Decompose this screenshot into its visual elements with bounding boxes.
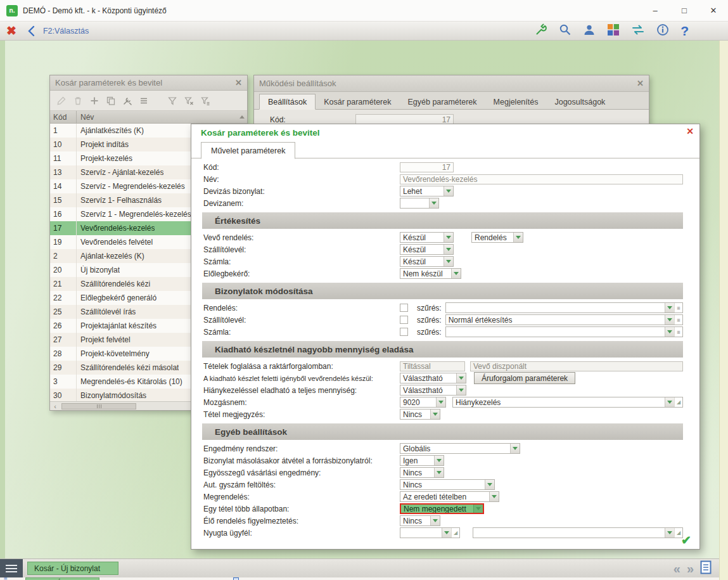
nev-label: Név: xyxy=(202,175,400,184)
nev-input[interactable]: Vevőrendelés-kezelés xyxy=(400,174,683,184)
megrendeles-label: Megrendelés: xyxy=(202,493,400,501)
nyugta-ugyfel-nev-select[interactable]: ◢ xyxy=(473,527,683,538)
menu-icon[interactable] xyxy=(138,95,149,106)
next-icon[interactable]: » xyxy=(687,562,694,575)
cell-nev: Szállítólevél írás xyxy=(77,307,136,316)
filter-clear-icon[interactable] xyxy=(200,95,210,106)
tab-megjelenítés[interactable]: Megjelenítés xyxy=(485,94,547,109)
close-dialog-icon[interactable]: ✕ xyxy=(686,127,694,136)
back-chevron-icon[interactable] xyxy=(27,25,37,37)
cancel-icon[interactable]: ✖ xyxy=(6,25,16,37)
modules-grid-icon[interactable] xyxy=(607,23,620,39)
tetel-megjegyzes-select[interactable]: Nincs xyxy=(400,409,440,420)
chevron-down-icon xyxy=(444,186,453,196)
active-task-badge[interactable]: Kosár - Új bizonylat xyxy=(27,562,118,575)
cell-kod: 13 xyxy=(50,165,77,179)
settings-kod-row: Kód: 17 xyxy=(254,110,649,125)
engedmeny-rendszer-select[interactable]: Globális xyxy=(400,443,520,454)
szures-label: szűrés: xyxy=(417,304,442,313)
aut-gyszam-select[interactable]: Nincs xyxy=(400,479,495,490)
transfer-arrows-icon[interactable] xyxy=(631,23,645,39)
szallitolevel-szures-select[interactable]: Normál értékesítés≡ xyxy=(445,314,683,325)
tools-icon[interactable] xyxy=(535,23,547,39)
bizonylat-masolas-select[interactable]: Igen xyxy=(400,455,444,466)
egy-tetel-select[interactable]: Nem megengedett xyxy=(400,503,484,514)
elolegbekero-select[interactable]: Nem készül xyxy=(400,268,461,279)
delete-icon[interactable] xyxy=(72,95,83,106)
szamla-szures-checkbox[interactable] xyxy=(400,328,408,336)
scroll-left-icon[interactable]: ‹ xyxy=(50,402,60,411)
close-icon[interactable]: ✕ xyxy=(637,79,644,87)
maximize-button[interactable]: □ xyxy=(670,0,699,22)
tab-beállítások[interactable]: Beállítások xyxy=(259,94,316,110)
cell-nev: Ajánlat-kezelés (K) xyxy=(77,252,144,261)
tab-jogosultságok[interactable]: Jogosultságok xyxy=(546,94,613,109)
user-icon[interactable] xyxy=(583,23,596,39)
menu-button[interactable] xyxy=(0,559,23,578)
rendeles-szures-checkbox[interactable] xyxy=(400,304,408,312)
minimize-button[interactable]: – xyxy=(641,0,670,22)
settings-tools-icon[interactable] xyxy=(122,95,132,106)
szallitolevel-szures-checkbox[interactable] xyxy=(400,316,408,324)
filter-icon[interactable] xyxy=(167,95,177,106)
cell-nev: Új bizonylat xyxy=(77,266,120,274)
kod-input[interactable]: 17 xyxy=(400,162,454,172)
chevron-down-icon xyxy=(665,315,674,325)
megrendeles-select[interactable]: Az eredeti tételben xyxy=(400,491,499,502)
resize-corner-icon: ◢ xyxy=(451,528,459,538)
search-icon[interactable] xyxy=(559,23,572,39)
confirm-check-icon[interactable]: ✔ xyxy=(681,534,691,546)
tab-kosár-paraméterek[interactable]: Kosár paraméterek xyxy=(316,94,399,109)
document-icon[interactable] xyxy=(700,560,712,577)
close-icon[interactable]: ✕ xyxy=(235,79,242,87)
cell-kod: 29 xyxy=(50,361,77,375)
hianykezeles-select[interactable]: Választható xyxy=(400,385,466,396)
cell-nev: Vevőrendelés felvétel xyxy=(77,238,153,247)
scrollbar-thumb[interactable] xyxy=(61,403,136,409)
vevo-diszponalt-input[interactable]: Vevő diszponált xyxy=(470,361,683,371)
vevo-rendeles-select[interactable]: Készül xyxy=(400,232,454,243)
list-icon[interactable]: ≡ xyxy=(674,303,682,313)
list-icon[interactable]: ≡ xyxy=(674,327,682,337)
add-icon[interactable] xyxy=(89,95,99,106)
column-header-nev[interactable]: Név xyxy=(77,113,237,122)
previous-icon[interactable]: « xyxy=(674,562,680,575)
close-window-button[interactable]: ✕ xyxy=(699,0,728,22)
help-icon[interactable]: ? xyxy=(680,24,689,37)
szallitolevel-select[interactable]: Készül xyxy=(400,244,454,255)
kiadhato-igeny-select[interactable]: Választható xyxy=(400,373,466,383)
aut-gyszam-label: Aut. gyszám feltöltés: xyxy=(202,480,400,489)
left-dock-strip xyxy=(0,41,5,558)
scroll-up-icon[interactable] xyxy=(237,115,247,119)
tab-egyéb-paraméterek[interactable]: Egyéb paraméterek xyxy=(399,94,485,109)
elo-rendeles-select[interactable]: Nincs xyxy=(400,515,440,526)
szamla-select[interactable]: Készül xyxy=(400,256,454,267)
column-header-kod[interactable]: Kód xyxy=(50,111,77,123)
cell-kod: 10 xyxy=(50,138,77,151)
cell-kod: 14 xyxy=(50,179,77,193)
tetelek-foglalasa-input[interactable]: Tiltással xyxy=(400,361,465,371)
rendeles-szures-select[interactable]: ≡ xyxy=(445,302,683,313)
filter-cancel-icon[interactable] xyxy=(183,95,194,106)
devizanem-select[interactable] xyxy=(400,198,439,209)
egyosszegu-label: Egyösszegű vásárlási engedmény: xyxy=(202,468,400,477)
edit-icon[interactable] xyxy=(56,95,67,106)
info-icon[interactable] xyxy=(656,23,669,39)
list-icon[interactable]: ≡ xyxy=(674,315,682,325)
nyugta-ugyfel-select[interactable]: ◢ xyxy=(400,527,460,538)
basket-panel-toolbar xyxy=(50,91,247,111)
tab-muvelet-parameterek[interactable]: Művelet paraméterek xyxy=(201,142,295,159)
chevron-down-icon xyxy=(473,505,483,513)
cell-kod: 11 xyxy=(50,151,77,165)
vevo-rendeles-type-select[interactable]: Rendelés xyxy=(471,232,523,243)
mozgasnem-select[interactable]: 9020 xyxy=(400,397,446,408)
cell-kod: 25 xyxy=(50,305,77,319)
mozgasnem-nev-select[interactable]: Hiánykezelés◢ xyxy=(452,397,683,408)
clipped-menu-icon: ≡ xyxy=(4,577,8,580)
devizas-select[interactable]: Lehet xyxy=(400,186,454,197)
aruforgalom-parameterek-button[interactable]: Áruforgalom paraméterek xyxy=(474,372,575,384)
chevron-down-icon xyxy=(429,198,438,208)
copy-icon[interactable] xyxy=(105,95,116,106)
egyosszegu-select[interactable]: Nincs xyxy=(400,467,444,478)
szamla-szures-select[interactable]: ≡ xyxy=(445,326,683,337)
